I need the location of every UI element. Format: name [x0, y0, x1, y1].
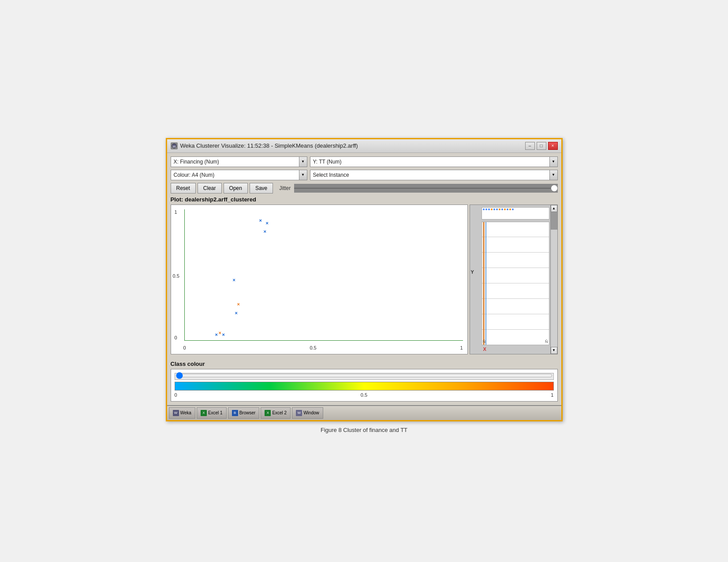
taskbar-label-2: Excel 1	[208, 410, 223, 415]
y-axis-label-0: 0	[175, 335, 177, 340]
window-title: Weka Clusterer Visualize: 11:52:38 - Sim…	[180, 142, 358, 149]
colour-gradient-bar	[175, 382, 554, 391]
window-frame: W Weka Clusterer Visualize: 11:52:38 - S…	[166, 138, 563, 421]
mini-dot	[485, 208, 487, 210]
taskbar: W Weka X Excel 1 B Browser X Excel 2 W W…	[167, 405, 561, 420]
x-axis-arrow-icon[interactable]: ▼	[299, 157, 307, 167]
mini-y-label: Y	[471, 269, 474, 275]
mini-rows	[482, 222, 549, 345]
colour-slider-track[interactable]	[175, 373, 554, 380]
select-instance-value: Select Instance	[310, 172, 549, 178]
taskbar-item-2[interactable]: X Excel 1	[197, 407, 227, 419]
minimize-button[interactable]: –	[525, 142, 535, 150]
title-bar: W Weka Clusterer Visualize: 11:52:38 - S…	[167, 139, 561, 153]
mini-dot	[499, 208, 500, 210]
colour-scale-min: 0	[175, 392, 177, 398]
x-axis-label-05: 0.5	[310, 345, 316, 350]
x-axis-label-1: 1	[460, 345, 463, 350]
mini-tick-left: Ñ	[483, 339, 486, 344]
taskbar-icon-1: W	[173, 410, 179, 416]
axis-controls-row: X: Financing (Num) ▼ Y: TT (Num) ▼	[171, 156, 558, 167]
save-button[interactable]: Save	[250, 183, 273, 194]
title-bar-left: W Weka Clusterer Visualize: 11:52:38 - S…	[171, 142, 358, 149]
x-axis-dropdown[interactable]: X: Financing (Num) ▼	[171, 156, 307, 167]
mini-plot: Ñ Ñ Y X ▲ ▼	[470, 205, 558, 354]
mini-row	[482, 283, 549, 299]
mini-dot	[512, 208, 514, 210]
class-colour-label: Class colour	[171, 361, 558, 367]
colour-bar-container: 0 0.5 1	[171, 369, 558, 402]
select-instance-arrow-icon[interactable]: ▼	[549, 170, 557, 180]
taskbar-label-5: Window	[303, 410, 319, 415]
mini-dot	[483, 208, 485, 210]
page-wrapper: W Weka Clusterer Visualize: 11:52:38 - S…	[157, 120, 571, 442]
data-point: ×	[264, 229, 266, 234]
data-point: ×	[266, 221, 269, 226]
mini-dot	[504, 208, 506, 210]
scroll-down-button[interactable]: ▼	[551, 347, 557, 354]
mini-dot	[507, 208, 508, 210]
taskbar-label-4: Excel 2	[272, 410, 287, 415]
x-axis-line	[184, 340, 463, 341]
reset-button[interactable]: Reset	[171, 183, 196, 194]
mini-row	[482, 268, 549, 283]
jitter-control: Jitter	[279, 184, 557, 193]
mini-dot	[493, 208, 495, 210]
mini-dot	[501, 208, 503, 210]
close-button[interactable]: ×	[548, 142, 558, 150]
clear-button[interactable]: Clear	[198, 183, 222, 194]
x-axis-value: X: Financing (Num)	[171, 159, 299, 165]
colour-instance-row: Colour: A4 (Num) ▼ Select Instance ▼	[171, 170, 558, 180]
svg-text:W: W	[172, 145, 176, 149]
select-instance-dropdown[interactable]: Select Instance ▼	[310, 170, 558, 180]
taskbar-icon-2: X	[201, 410, 207, 416]
y-axis-line	[184, 209, 185, 341]
jitter-label: Jitter	[279, 185, 291, 191]
open-button[interactable]: Open	[224, 183, 248, 194]
scroll-up-button[interactable]: ▲	[551, 205, 557, 212]
x-axis-label-0: 0	[183, 345, 186, 350]
title-bar-controls: – □ ×	[525, 142, 558, 150]
data-point: ×	[235, 311, 238, 316]
colour-scale-max: 1	[551, 392, 553, 398]
vertical-scrollbar[interactable]: ▲ ▼	[550, 205, 557, 354]
maximize-button[interactable]: □	[537, 142, 546, 150]
y-axis-dropdown[interactable]: Y: TT (Num) ▼	[310, 156, 558, 167]
data-point: ×	[237, 302, 240, 307]
taskbar-icon-3: B	[232, 410, 238, 416]
y-axis-label-05: 0.5	[173, 273, 179, 279]
main-scatter-plot: 1 0.5 0 0 0.5 1 × × × × × × × × ×	[171, 205, 468, 354]
mini-dot	[496, 208, 498, 210]
data-point: ×	[215, 332, 218, 337]
taskbar-item-3[interactable]: B Browser	[228, 407, 260, 419]
colour-scale-labels: 0 0.5 1	[175, 392, 554, 398]
taskbar-icon-5: W	[296, 410, 302, 416]
colour-slider-row	[175, 373, 554, 380]
mini-striped-area: Ñ Ñ	[482, 222, 549, 345]
data-point: ×	[259, 218, 262, 223]
colour-dropdown[interactable]: Colour: A4 (Num) ▼	[171, 170, 307, 180]
window-content: X: Financing (Num) ▼ Y: TT (Num) ▼ Colou…	[167, 153, 561, 405]
mini-bar-blue	[485, 222, 486, 345]
colour-range-slider[interactable]	[176, 372, 553, 379]
colour-value: Colour: A4 (Num)	[171, 172, 299, 178]
data-point: ×	[233, 278, 235, 283]
mini-row	[482, 253, 549, 268]
mini-dots-row	[482, 207, 549, 220]
taskbar-item-4[interactable]: X Excel 2	[261, 407, 291, 419]
figure-caption: Figure 8 Cluster of finance and TT	[321, 427, 407, 433]
y-axis-label-1: 1	[175, 209, 177, 215]
y-axis-value: Y: TT (Num)	[310, 159, 549, 165]
taskbar-item-5[interactable]: W Window	[292, 407, 323, 419]
colour-arrow-icon[interactable]: ▼	[299, 170, 307, 180]
mini-dot	[488, 208, 490, 210]
scroll-thumb[interactable]	[551, 212, 557, 230]
y-axis-arrow-icon[interactable]: ▼	[549, 157, 557, 167]
taskbar-label-3: Browser	[239, 410, 256, 415]
taskbar-icon-4: X	[265, 410, 271, 416]
data-point: ×	[219, 331, 221, 335]
jitter-slider[interactable]	[294, 184, 557, 193]
class-colour-section: Class colour 0 0.5 1	[171, 358, 558, 402]
taskbar-item-1[interactable]: W Weka	[169, 407, 195, 419]
buttons-row: Reset Clear Open Save Jitter	[171, 183, 558, 194]
